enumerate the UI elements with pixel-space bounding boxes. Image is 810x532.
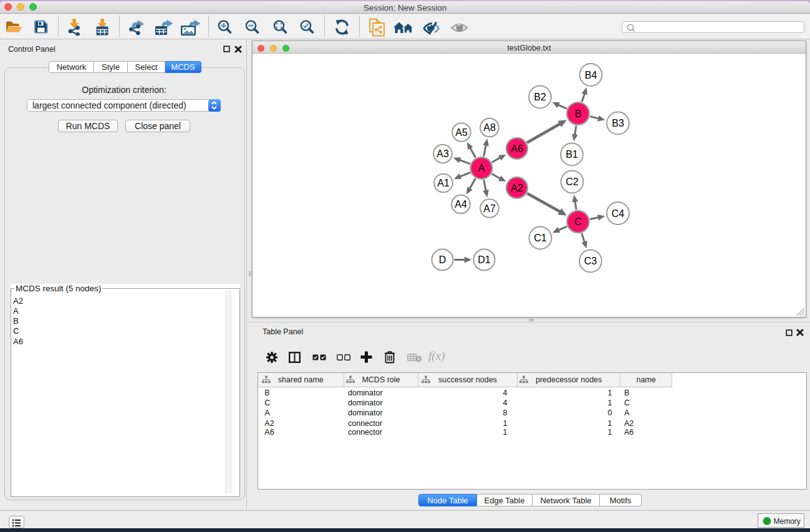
svg-text:B3: B3 [612, 118, 624, 128]
svg-text:B: B [575, 109, 582, 119]
svg-text:A4: A4 [455, 199, 467, 210]
svg-text:A7: A7 [483, 203, 496, 214]
svg-text:D1: D1 [478, 254, 491, 265]
svg-text:A1: A1 [437, 178, 450, 188]
svg-text:B2: B2 [534, 92, 546, 102]
svg-text:A5: A5 [455, 127, 468, 138]
svg-text:C: C [574, 216, 582, 227]
svg-text:B1: B1 [566, 149, 578, 160]
svg-text:C3: C3 [584, 256, 597, 266]
svg-text:B4: B4 [585, 70, 597, 80]
svg-text:C2: C2 [566, 177, 579, 187]
svg-text:A3: A3 [436, 148, 449, 159]
svg-text:C4: C4 [612, 208, 625, 219]
svg-text:D: D [439, 254, 446, 265]
svg-text:C1: C1 [534, 233, 547, 243]
svg-text:A2: A2 [511, 183, 523, 193]
svg-text:A8: A8 [483, 122, 496, 133]
svg-text:A6: A6 [511, 143, 523, 154]
svg-text:A: A [478, 163, 485, 173]
